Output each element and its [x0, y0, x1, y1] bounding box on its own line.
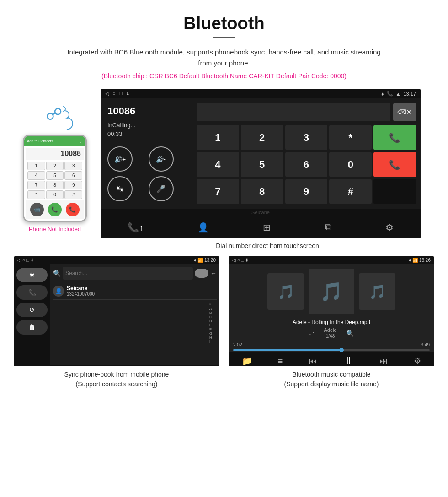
- top-section: ☍ Add to Contacts ⋮ 10086 1 2 3 4 5: [0, 84, 448, 256]
- volume-down-button[interactable]: 🔊-: [149, 146, 174, 172]
- key-1[interactable]: 1: [27, 162, 45, 170]
- nav-recent-icon[interactable]: □: [119, 91, 123, 97]
- music-prev-icon[interactable]: ⏮: [309, 357, 317, 366]
- grid-tab-icon[interactable]: ⊞: [257, 220, 276, 235]
- key-7[interactable]: 7: [197, 179, 239, 204]
- phone-keypad: 1 2 3 4 5 6 7 8 9 * 0 #: [26, 160, 84, 200]
- key-hash[interactable]: #: [64, 190, 82, 199]
- music-search-icon[interactable]: 🔍: [346, 330, 354, 337]
- music-play-icon[interactable]: ⏸: [343, 355, 353, 366]
- key-0[interactable]: 0: [329, 152, 372, 177]
- location-icon: ♦: [381, 91, 384, 97]
- phone-end-icon[interactable]: 📞: [66, 203, 80, 216]
- bluetooth-icon-area: ☍: [37, 103, 73, 130]
- car-status-bar: ◁ ○ □ ⬇ ♦ 📞 ▲ 13:17: [101, 89, 421, 98]
- phone-top-bar: Add to Contacts ⋮: [24, 136, 85, 146]
- key-1[interactable]: 1: [197, 125, 239, 150]
- car-screen: ◁ ○ □ ⬇ ♦ 📞 ▲ 13:17 10086 InCalling...: [101, 89, 421, 238]
- page-description: Integrated with BC6 Bluetooth module, su…: [64, 47, 384, 69]
- key-0[interactable]: 0: [46, 190, 64, 199]
- pb-search-input[interactable]: [63, 267, 193, 280]
- key-4[interactable]: 4: [197, 152, 239, 177]
- settings-tab-icon[interactable]: ⚙: [380, 220, 399, 235]
- contacts-tab-icon[interactable]: 👤: [192, 220, 214, 235]
- call-timer: 00:33: [107, 130, 185, 137]
- phonebook-status-bar: ◁ ○ □ ⬇ ♦ 📶 13:20: [14, 256, 219, 264]
- key-2[interactable]: 2: [46, 162, 64, 170]
- key-3[interactable]: 3: [64, 162, 82, 170]
- album-art-small-right: 🎵: [359, 273, 395, 310]
- number-field[interactable]: [197, 103, 390, 121]
- pb-search-icon: 🔍: [53, 270, 61, 277]
- volume-up-button[interactable]: 🔊+: [107, 146, 133, 172]
- music-song-name: Adele - Rolling In the Deep.mp3: [233, 319, 430, 325]
- key-2[interactable]: 2: [241, 125, 283, 150]
- music-artist: Adele: [324, 327, 336, 333]
- transfer-tab-icon[interactable]: ⧉: [320, 220, 337, 235]
- key-5[interactable]: 5: [46, 171, 64, 180]
- nav-home-icon[interactable]: ○: [112, 91, 116, 97]
- key-6[interactable]: 6: [64, 171, 82, 180]
- nav-download-icon: ⬇: [126, 91, 130, 97]
- pb-sync-icon[interactable]: ↺: [16, 303, 48, 317]
- key-9[interactable]: 9: [285, 179, 328, 204]
- music-progress-area: 2:02 3:49: [229, 340, 434, 352]
- music-count: 1/48: [324, 334, 336, 339]
- key-4[interactable]: 4: [27, 171, 45, 180]
- key-7[interactable]: 7: [27, 181, 45, 189]
- progress-fill: [233, 349, 341, 351]
- contact-avatar-icon: 👤: [53, 286, 64, 297]
- contact-name: Seicane: [67, 285, 95, 292]
- contact-number: 13241007000: [67, 292, 95, 297]
- call-green-button[interactable]: 📞: [373, 125, 416, 150]
- key-9[interactable]: 9: [64, 181, 82, 189]
- pb-call-icon[interactable]: 📞: [16, 285, 48, 300]
- signal-waves: [60, 106, 73, 130]
- music-next-icon[interactable]: ⏭: [379, 357, 388, 366]
- main-caption: Dial number direct from touchscreen: [101, 238, 434, 256]
- pb-main: 🔍 ← 👤 Seicane 13241007000: [50, 264, 219, 365]
- shuffle-icon[interactable]: ⇌: [309, 330, 315, 337]
- phone-video-icon: 📹: [30, 203, 44, 216]
- music-list-icon[interactable]: ≡: [278, 357, 283, 366]
- key-star[interactable]: *: [329, 125, 372, 150]
- key-5[interactable]: 5: [241, 152, 283, 177]
- music-folder-icon[interactable]: 📁: [242, 356, 252, 366]
- transfer-button[interactable]: ↹: [107, 176, 133, 201]
- pb-delete-icon[interactable]: 🗑: [16, 320, 48, 335]
- music-nav: ◁ ○ □ ⬇: [232, 258, 249, 263]
- music-eq-icon[interactable]: ⚙: [414, 356, 421, 366]
- calls-tab-icon[interactable]: 📞↑: [122, 220, 149, 235]
- number-input-row: ⌫✕: [197, 103, 416, 121]
- phone-number-display: 10086: [26, 148, 84, 160]
- mic-button[interactable]: 🎤: [149, 176, 174, 201]
- wave-large-icon: [58, 114, 76, 133]
- progress-bar[interactable]: [233, 349, 430, 351]
- music-screen: ◁ ○ □ ⬇ ♦ 📶 13:26 🎵 🎵 🎵 Adele - Rolling …: [229, 256, 434, 366]
- title-divider: [213, 37, 235, 38]
- bluetooth-specs: (Bluetooth chip : CSR BC6 Default Blueto…: [18, 72, 430, 80]
- key-6[interactable]: 6: [285, 152, 328, 177]
- page-header: Bluetooth Integrated with BC6 Bluetooth …: [0, 0, 448, 84]
- backspace-button[interactable]: ⌫✕: [393, 103, 416, 121]
- nav-back-icon[interactable]: ◁: [105, 91, 109, 97]
- bottom-section: ◁ ○ □ ⬇ ♦ 📶 13:20 ✱ 📞 ↺ 🗑 🔍: [0, 256, 448, 400]
- phone-call-icon[interactable]: 📞: [48, 203, 62, 216]
- phone-side: ☍ Add to Contacts ⋮ 10086 1 2 3 4 5: [14, 89, 96, 232]
- incalling-text: InCalling...: [107, 122, 185, 129]
- key-8[interactable]: 8: [241, 179, 283, 204]
- phonebook-nav: ◁ ○ □ ⬇: [17, 258, 34, 263]
- status-right: ♦ 📞 ▲ 13:17: [381, 91, 416, 97]
- key-3[interactable]: 3: [285, 125, 328, 150]
- call-red-button[interactable]: 📞: [373, 152, 416, 177]
- key-hash[interactable]: #: [329, 179, 372, 204]
- pb-toggle[interactable]: [195, 269, 208, 278]
- phone-app-label: Add to Contacts: [27, 139, 53, 143]
- bt-sidebar-icon[interactable]: ✱: [16, 268, 48, 282]
- music-caption: Bluetooth music compatible (Support disp…: [229, 366, 434, 391]
- pb-screen-content: ✱ 📞 ↺ 🗑 🔍 ← 👤 Sei: [14, 264, 219, 365]
- key-8[interactable]: 8: [46, 181, 64, 189]
- music-status-right: ♦ 📶 13:26: [409, 258, 431, 263]
- key-star[interactable]: *: [27, 190, 45, 199]
- pb-contact-item[interactable]: 👤 Seicane 13241007000: [53, 282, 217, 300]
